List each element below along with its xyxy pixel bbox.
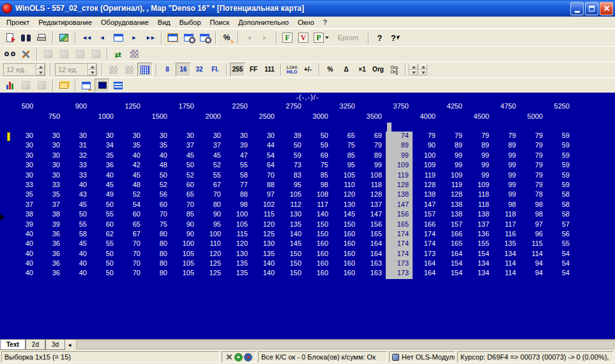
map-cell[interactable]: 80	[144, 269, 171, 278]
map-cell[interactable]: 35	[91, 151, 118, 161]
map-cell[interactable]: 147	[386, 201, 413, 210]
map-cell[interactable]: 54	[252, 151, 278, 161]
map-cell[interactable]: 30	[37, 171, 64, 181]
value-spinner-1[interactable]	[409, 64, 418, 75]
map-cell[interactable]: 58	[64, 230, 91, 239]
first-map-button[interactable]	[79, 31, 94, 45]
axis-label-4750[interactable]: 4750	[493, 102, 520, 112]
map-cell[interactable]: 150	[278, 250, 305, 259]
map-cell[interactable]: 38	[37, 210, 64, 220]
map-cell[interactable]: 54	[547, 250, 573, 259]
map-cell[interactable]: 79	[493, 132, 520, 141]
map-cell[interactable]: 58	[225, 171, 252, 181]
map-cell[interactable]: 138	[386, 190, 413, 200]
title-bar[interactable]: WinOLS - 557_02_сток (Оригинал), , Map "…	[0, 0, 615, 17]
horizontal-scrollbar[interactable]	[76, 340, 614, 349]
map-cell[interactable]: 118	[466, 201, 493, 210]
map-cell[interactable]: 138	[466, 210, 493, 220]
map-cell[interactable]: 52	[118, 190, 144, 200]
map-cell[interactable]: 79	[520, 141, 547, 151]
map-cell[interactable]: 154	[439, 269, 466, 278]
cell-height-field[interactable]: 12 ед.	[55, 63, 97, 76]
map-cell[interactable]: 114	[520, 250, 547, 259]
histogram-button[interactable]	[2, 79, 17, 93]
menu-item-поиск[interactable]: Поиск	[206, 17, 234, 27]
byte-order-button[interactable]: LOHI HILO	[284, 63, 300, 77]
map-cell[interactable]: 130	[332, 201, 359, 210]
axis-label-3750[interactable]: 3750	[386, 102, 413, 112]
map-cell[interactable]: 79	[439, 132, 466, 141]
map-cell[interactable]: 48	[144, 161, 171, 171]
map-cell[interactable]: 50	[91, 201, 118, 210]
map-cell[interactable]: 156	[386, 210, 413, 220]
map-cell[interactable]: 150	[332, 220, 359, 230]
map-cell[interactable]: 36	[37, 250, 64, 259]
map-cell[interactable]: 150	[305, 230, 332, 239]
map-cell[interactable]: 99	[466, 161, 493, 171]
map-cell[interactable]: 60	[118, 210, 144, 220]
axis-label-5250[interactable]: 5250	[547, 102, 573, 112]
map-cell[interactable]: 59	[278, 151, 305, 161]
menu-item-вид[interactable]: Вид	[153, 17, 175, 27]
map-cell[interactable]: 96	[520, 230, 547, 239]
map-cell[interactable]: 33	[37, 181, 64, 190]
percent-edit-button[interactable]: %	[219, 31, 234, 45]
map-cell[interactable]: 40	[64, 181, 91, 190]
tab-3d[interactable]: 3d	[45, 340, 65, 350]
map-cell[interactable]: 45	[64, 201, 91, 210]
map-cell[interactable]: 32	[64, 151, 91, 161]
map-cell[interactable]: 160	[332, 230, 359, 239]
map-cell[interactable]: 160	[332, 269, 359, 278]
menu-item-оборудование[interactable]: Оборудование	[96, 17, 153, 27]
map-cell[interactable]: 59	[547, 132, 573, 141]
map-cell[interactable]: 83	[278, 171, 305, 181]
show-version-button[interactable]: V	[296, 31, 311, 45]
map-cell[interactable]: 105	[225, 220, 252, 230]
map-cell[interactable]: 85	[305, 171, 332, 181]
map-cell[interactable]: 135	[225, 269, 252, 278]
settings-gear-icon[interactable]	[245, 354, 252, 361]
map-cell[interactable]: 30	[10, 151, 37, 161]
map-cell[interactable]: 75	[144, 220, 171, 230]
map-cell[interactable]: 120	[198, 250, 225, 259]
format-hex-button[interactable]: FF	[246, 63, 261, 77]
format-binary-button[interactable]: 111	[262, 63, 277, 77]
map-cell[interactable]: 135	[252, 250, 278, 259]
map-cell[interactable]: 95	[278, 181, 305, 190]
axis-label-900[interactable]: 900	[64, 102, 91, 112]
selection-table-button[interactable]	[165, 31, 180, 45]
map-cell[interactable]: 145	[332, 210, 359, 220]
map-cell[interactable]: 99	[439, 151, 466, 161]
prev-map-button[interactable]	[95, 31, 110, 45]
axis-label-5000[interactable]: 5000	[520, 112, 547, 123]
map-cell[interactable]: 99	[493, 161, 520, 171]
map-cell[interactable]: 165	[359, 230, 386, 239]
map-cell[interactable]: 60	[144, 201, 171, 210]
axis-label-3250[interactable]: 3250	[332, 102, 359, 112]
map-cell[interactable]: 135	[493, 239, 520, 249]
map-preview-button[interactable]	[181, 31, 196, 45]
map-cell[interactable]: 125	[198, 259, 225, 269]
map-cell[interactable]: 99	[493, 190, 520, 200]
map-cell[interactable]: 98	[305, 181, 332, 190]
map-cell[interactable]: 77	[225, 181, 252, 190]
map-list-button[interactable]	[110, 31, 126, 45]
map-cell[interactable]: 45	[91, 181, 118, 190]
map-cell[interactable]: 59	[305, 141, 332, 151]
map-cell[interactable]: 119	[439, 181, 466, 190]
map-cell[interactable]: 147	[413, 201, 439, 210]
map-cell[interactable]: 67	[198, 181, 225, 190]
map-cell[interactable]: 49	[91, 190, 118, 200]
map-cell[interactable]: 90	[198, 210, 225, 220]
map-cell[interactable]: 30	[144, 132, 171, 141]
map-cell[interactable]: 40	[64, 269, 91, 278]
map-cell[interactable]: 150	[278, 269, 305, 278]
map-cell[interactable]: 105	[171, 269, 198, 278]
map-cell[interactable]: 70	[171, 201, 198, 210]
map-cell[interactable]: 70	[118, 250, 144, 259]
pattern-button[interactable]	[126, 47, 142, 61]
map-cell[interactable]: 130	[252, 239, 278, 249]
map-cell[interactable]: 38	[10, 210, 37, 220]
map-cell[interactable]: 114	[493, 259, 520, 269]
map-cell[interactable]: 39	[225, 141, 252, 151]
